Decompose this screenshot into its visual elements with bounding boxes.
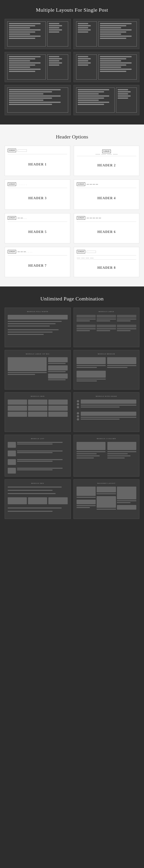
m-line [81, 417, 137, 418]
m-line [117, 320, 130, 321]
dash [87, 218, 89, 218]
text-line [78, 23, 88, 24]
dash [93, 218, 95, 218]
text-line [78, 29, 91, 30]
nav-dashes-5: . . . [18, 217, 27, 219]
header-label-2: HEADER 2 [77, 158, 136, 173]
module-title-large-1st-big: MODULE LARGE 1ST BIG [8, 353, 68, 355]
text-line [78, 25, 91, 26]
module-row [76, 324, 137, 331]
m-line [48, 379, 66, 380]
share-icon [77, 406, 79, 408]
share-icon [77, 403, 79, 405]
m-line [97, 509, 116, 509]
module-content [76, 357, 137, 381]
section2-title: Header Options [5, 134, 139, 140]
m-img [28, 497, 47, 504]
m-col [76, 442, 105, 459]
text-line [49, 60, 59, 61]
module-title-large: MODULE LARGE [76, 311, 137, 312]
col-narrow [116, 88, 137, 113]
header-bar-2: LOGO [77, 149, 136, 156]
module-card-medium: MODULE MEDIUM [73, 350, 140, 390]
text-line [78, 27, 88, 28]
header-card-8: LOGO HEADER 8 [74, 247, 139, 277]
list-item [8, 468, 68, 473]
m-line [97, 330, 110, 331]
text-line [49, 23, 59, 24]
m-block [97, 324, 116, 328]
module-title-medium: MODULE MEDIUM [76, 353, 137, 355]
m-line [76, 367, 97, 368]
module-title-grid: MODULE GRID [8, 395, 68, 397]
m-line [76, 456, 100, 456]
m-col-empty [107, 371, 136, 381]
dots-7: . . . . [27, 250, 32, 253]
content-col [81, 400, 137, 407]
col-wide [98, 55, 137, 80]
text-line [9, 91, 52, 92]
layout-card-4 [73, 52, 140, 82]
text-line [78, 60, 88, 61]
m-img [48, 497, 68, 504]
text-line [78, 56, 88, 57]
m-line [76, 451, 105, 452]
text-line [118, 95, 131, 97]
text-line [100, 62, 131, 64]
list-item [8, 442, 68, 448]
m-line [76, 497, 96, 498]
header-bar-1: LOGO [8, 149, 67, 154]
m-line [8, 329, 58, 330]
text-line [78, 95, 110, 97]
text-line [100, 71, 126, 72]
text-line [49, 25, 62, 26]
text-line [9, 104, 52, 105]
m-line [76, 318, 96, 319]
text-line [118, 89, 128, 90]
text-line [100, 31, 126, 33]
m-block [48, 412, 68, 417]
header-label-5: HEADER 5 [8, 224, 67, 240]
header-card-5: LOGO . . . HEADER 5 [5, 213, 70, 243]
col-wide [98, 22, 137, 46]
m-line [8, 334, 44, 335]
module-row [76, 442, 137, 459]
m-line [107, 451, 136, 452]
text-line [78, 31, 88, 33]
share-icon [77, 415, 79, 417]
module-row [8, 357, 68, 380]
m-col [117, 324, 136, 331]
header-card-6: LOGO HEADER 6 [74, 213, 139, 243]
dash [24, 252, 26, 252]
module-title-full-width: MODULE FULL WIDTH [8, 311, 68, 312]
m-line [8, 326, 50, 327]
m-img [76, 487, 96, 496]
nav-line [81, 258, 85, 258]
text-line [100, 58, 126, 59]
header-label-4: HEADER 4 [77, 190, 136, 207]
m-line [48, 371, 66, 372]
m-img [76, 500, 96, 504]
dash [93, 184, 95, 185]
nav-dashes-3: . . . . . [18, 183, 27, 185]
m-col [76, 324, 96, 331]
header-label-7: HEADER 7 [8, 257, 67, 274]
nav-line [90, 258, 94, 258]
logo-5: LOGO [8, 216, 16, 220]
col-narrow [47, 55, 68, 80]
logo-2: LOGO [102, 150, 111, 153]
module-card-grid: MODULE GRID [5, 392, 71, 432]
nav-row-8 [77, 257, 136, 260]
m-line [17, 469, 52, 470]
text-line [9, 27, 30, 28]
share-col [76, 400, 79, 408]
text-line [78, 93, 99, 94]
m-block [8, 406, 27, 411]
col-narrow [76, 55, 97, 80]
dash [18, 218, 20, 218]
module-card-list: MODULE LIST [5, 435, 71, 476]
text-line [9, 102, 61, 103]
module-row [76, 357, 137, 368]
text-line [78, 89, 110, 90]
nav-dots-3: . . . . . [18, 183, 27, 185]
